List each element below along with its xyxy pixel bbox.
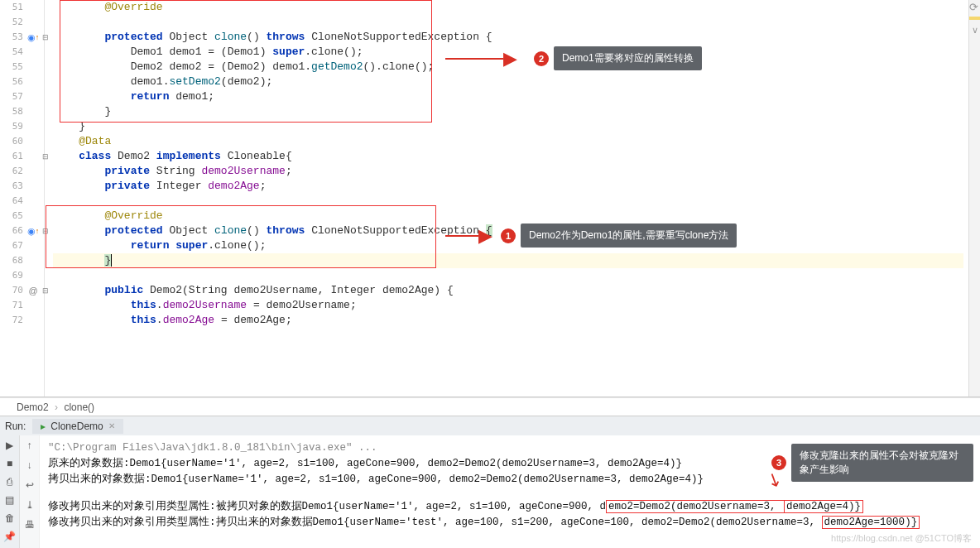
- run-tab[interactable]: ▸ CloneDemo ✕: [32, 419, 122, 434]
- layout-icon[interactable]: ▤: [3, 493, 17, 507]
- camera-icon[interactable]: ⎙: [3, 475, 17, 488]
- line-number: 62: [0, 164, 23, 179]
- fold-toggle[interactable]: ⊟: [41, 149, 50, 164]
- console-line: 修改拷贝出来的对象引用类型属性:拷贝出来的对象数据Demo1{userName=…: [48, 515, 972, 531]
- print-icon[interactable]: 🖶: [23, 518, 36, 531]
- close-icon[interactable]: ✕: [108, 421, 115, 430]
- line-number: 58: [0, 104, 23, 119]
- run-label: Run:: [5, 421, 26, 432]
- run-toolbar: Run: ▸ CloneDemo ✕: [0, 416, 980, 435]
- run-side-tools: ▶ ■ ⎙ ▤ 🗑 📌: [0, 435, 20, 548]
- scroll-icon[interactable]: ⤓: [23, 498, 36, 512]
- breadcrumb[interactable]: Demo2 › clone(): [0, 397, 980, 416]
- badge-2: 2: [534, 51, 549, 66]
- badge-1: 1: [501, 228, 516, 243]
- line-number: 52: [0, 15, 23, 30]
- callout-text: Demo2作为Demo1的属性,需要重写clone方法: [521, 224, 737, 248]
- line-number: 56: [0, 75, 23, 89]
- line-number: 64: [0, 194, 23, 209]
- line-number: 51: [0, 0, 23, 15]
- line-number: 65: [0, 209, 23, 224]
- line-number: 67: [0, 238, 23, 253]
- wrap-icon[interactable]: ↩: [23, 478, 36, 492]
- line-number: 55: [0, 60, 23, 75]
- line-number: 69: [0, 268, 23, 283]
- trash-icon[interactable]: 🗑: [3, 512, 17, 525]
- line-number: 72: [0, 313, 23, 328]
- run-panel: ▶ ■ ⎙ ▤ 🗑 📌 ↑ ↓ ↩ ⤓ 🖶 "C:\Program Files\…: [0, 435, 980, 548]
- line-number: 70: [0, 283, 23, 298]
- line-number: 66: [0, 224, 23, 238]
- line-number: 71: [0, 298, 23, 313]
- down-icon[interactable]: ↓: [23, 459, 36, 472]
- editor-right-scroll[interactable]: ∨: [968, 0, 980, 397]
- line-number: 57: [0, 89, 23, 104]
- line-number: 61: [0, 149, 23, 164]
- pin-icon[interactable]: 📌: [3, 530, 17, 543]
- crumb-method[interactable]: clone(): [64, 401, 94, 413]
- line-number: 60: [0, 134, 23, 149]
- line-number: 59: [0, 119, 23, 134]
- watermark-text: https://blog.csdn.net @51CTO博客: [831, 532, 972, 545]
- rerun-button[interactable]: ▶: [3, 439, 17, 452]
- recursion-gutter-icon[interactable]: @: [25, 283, 41, 298]
- fold-toggle[interactable]: ⊟: [41, 30, 50, 45]
- stop-button[interactable]: ■: [3, 457, 17, 470]
- console-sub-tools: ↑ ↓ ↩ ⤓ 🖶: [20, 435, 40, 548]
- callout-3: 3 修改克隆出来的属性不会对被克隆对象产生影响: [771, 444, 973, 482]
- line-number: 53: [0, 30, 23, 45]
- callout-1: ▶ 1 Demo2作为Demo1的属性,需要重写clone方法: [445, 224, 737, 248]
- override-gutter-icon[interactable]: ◉↑: [25, 30, 41, 45]
- override-gutter-icon[interactable]: ◉↑: [25, 224, 41, 238]
- line-number: 63: [0, 179, 23, 194]
- code-editor-pane: 51 52 53 ◉↑ 54 55 56 57 58 59 60 61 62 6…: [0, 0, 980, 397]
- console-line: "C:\Program Files\Java\jdk1.8.0_181\bin\…: [48, 442, 377, 454]
- line-number: 68: [0, 253, 23, 268]
- crumb-class[interactable]: Demo2: [17, 401, 49, 413]
- fold-toggle[interactable]: ⊟: [41, 224, 50, 238]
- callout-text: Demo1需要将对应的属性转换: [554, 46, 702, 70]
- line-number: 54: [0, 45, 23, 60]
- line-gutter: 51 52 53 ◉↑ 54 55 56 57 58 59 60 61 62 6…: [0, 0, 45, 397]
- up-icon[interactable]: ↑: [23, 439, 36, 452]
- console-line: 修改拷贝出来的对象引用类型属性:被拷贝对象的数据Demo1{userName='…: [48, 499, 972, 515]
- callout-text: 修改克隆出来的属性不会对被克隆对象产生影响: [791, 444, 973, 482]
- fold-toggle[interactable]: ⊟: [41, 283, 50, 298]
- callout-2: ▶ 2 Demo1需要将对应的属性转换: [445, 46, 702, 70]
- settings-icon[interactable]: ⟳: [969, 1, 978, 13]
